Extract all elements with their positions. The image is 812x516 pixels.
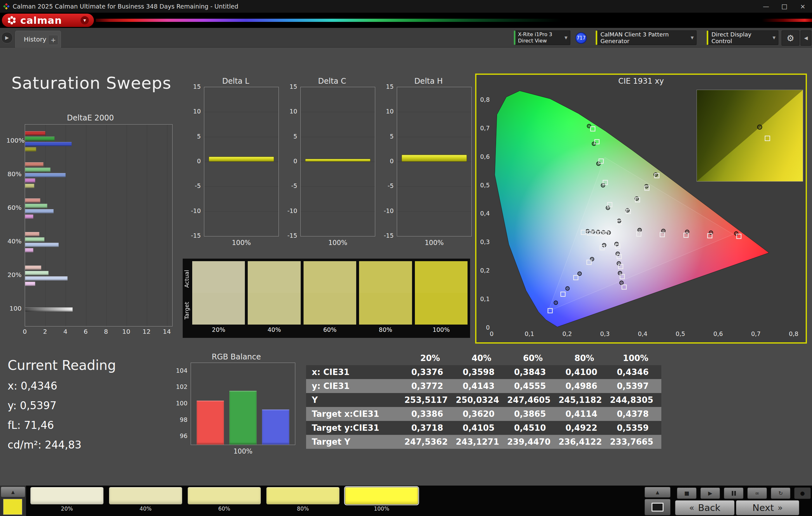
x-tick-label: 12 bbox=[142, 328, 152, 335]
display-control-dropdown[interactable]: Direct Display Control ▼ bbox=[707, 30, 778, 45]
gridline bbox=[397, 162, 471, 162]
app-icon bbox=[3, 3, 9, 9]
deltae-bar bbox=[25, 199, 40, 203]
y-axis-labels: 151050-5-10-15 bbox=[188, 87, 203, 237]
current-reading-title: Current Reading bbox=[8, 358, 116, 373]
back-button[interactable]: « Back bbox=[675, 500, 734, 515]
next-button[interactable]: Next » bbox=[736, 500, 799, 515]
record-indicator[interactable]: ● bbox=[794, 487, 811, 499]
display-preview-button[interactable] bbox=[644, 499, 670, 515]
table-value: 243,1271 bbox=[456, 435, 507, 449]
collapse-icon: ◀ bbox=[804, 35, 808, 41]
table-value: 253,5117 bbox=[404, 393, 456, 407]
pattern-preview-panel: ▲ bbox=[0, 486, 26, 516]
x-axis-labels: 02468101214 bbox=[25, 328, 173, 337]
table-value: 247,5362 bbox=[404, 435, 456, 449]
row-label: Target y:CIE31 bbox=[306, 421, 404, 435]
x-axis-label: 100% bbox=[300, 239, 375, 247]
y-tick-label: 5 bbox=[381, 133, 394, 140]
minimize-icon[interactable]: — bbox=[757, 0, 775, 13]
rgb-bar-green bbox=[229, 391, 257, 445]
page-title: Saturation Sweeps bbox=[11, 73, 171, 93]
swatch-columns: 20%40%60%80%100% bbox=[192, 261, 467, 337]
target-swatch bbox=[359, 293, 412, 325]
y-tick-label: -10 bbox=[285, 207, 297, 214]
table-value: 250,0324 bbox=[456, 393, 507, 407]
x-tick-label: 8 bbox=[101, 328, 111, 335]
y-tick-label: -15 bbox=[188, 232, 201, 239]
play-button[interactable]: ▶ bbox=[700, 487, 720, 499]
gridline bbox=[301, 162, 375, 162]
measured-point bbox=[578, 272, 581, 275]
pattern-swatch-button[interactable]: 80% bbox=[266, 487, 340, 513]
table-value: 0,4510 bbox=[507, 421, 558, 435]
x-tick-label: 10 bbox=[121, 328, 131, 335]
y-tick-label: 0,2 bbox=[476, 267, 490, 274]
y-tick-label: 0,8 bbox=[476, 96, 490, 103]
expand-panel-button[interactable]: ▶ bbox=[1, 32, 13, 43]
meter-dropdown[interactable]: X-Rite i1Pro 3 Direct View ▼ bbox=[514, 30, 570, 45]
table-value: 0,4378 bbox=[610, 407, 661, 421]
y-tick-label: 10 bbox=[381, 108, 394, 115]
actual-row-label: Actual bbox=[183, 263, 192, 295]
y-tick-label: 0,1 bbox=[476, 295, 490, 302]
y-tick-label: -15 bbox=[381, 232, 394, 239]
pattern-swatch-label: 80% bbox=[266, 505, 340, 513]
chevron-down-icon: ▼ bbox=[773, 35, 776, 40]
link-icon: ∞ bbox=[755, 490, 759, 496]
pattern-swatch-button[interactable]: 20% bbox=[30, 487, 104, 513]
maximize-icon[interactable]: □ bbox=[775, 0, 793, 13]
pattern-swatch-button[interactable]: 40% bbox=[109, 487, 182, 513]
loop-button[interactable]: ↻ bbox=[771, 487, 790, 499]
next-label: Next bbox=[752, 503, 774, 513]
logo-dropdown-icon[interactable]: ▼ bbox=[81, 16, 89, 24]
close-icon[interactable]: × bbox=[793, 0, 812, 13]
up-icon: ▲ bbox=[11, 489, 15, 494]
table-value: 0,3772 bbox=[404, 379, 456, 393]
pattern-swatch bbox=[187, 487, 261, 505]
y-tick-label: 0,4 bbox=[476, 210, 490, 217]
column-header: 60% bbox=[507, 351, 558, 365]
stop-icon: ■ bbox=[684, 490, 689, 496]
y-tick-label: 80% bbox=[6, 170, 22, 178]
bottom-bar: ▲ 20%40%60%80%100% ▲ ■ ▶ ∞ ↻ ● « Back Ne… bbox=[0, 486, 812, 516]
add-tab-button[interactable]: + bbox=[48, 35, 58, 45]
swatch-column: 40% bbox=[248, 261, 300, 337]
measured-point bbox=[617, 219, 621, 223]
expand-controls-button[interactable]: ▲ bbox=[644, 487, 670, 497]
gridline bbox=[204, 211, 279, 212]
settings-button[interactable]: ⚙ bbox=[782, 30, 799, 45]
deltae-bar bbox=[25, 232, 39, 236]
row-label: y: CIE31 bbox=[306, 379, 404, 393]
meter-status-badge[interactable]: 717 bbox=[575, 32, 587, 44]
pause-button[interactable] bbox=[724, 487, 744, 499]
calman-logo[interactable]: calman ▼ bbox=[2, 13, 94, 27]
table-value: 236,4122 bbox=[558, 435, 610, 449]
pattern-swatch-button[interactable]: 60% bbox=[187, 487, 261, 513]
gridline bbox=[301, 137, 375, 137]
gear-icon: ⚙ bbox=[787, 33, 794, 43]
gridline bbox=[301, 211, 375, 212]
pattern-swatch-button[interactable]: 100% bbox=[345, 487, 418, 513]
row-label: x: CIE31 bbox=[306, 365, 404, 379]
swatch-column: 20% bbox=[192, 261, 245, 337]
x-tick-label: 2 bbox=[40, 328, 50, 335]
collapse-panel-button[interactable]: ◀ bbox=[801, 30, 811, 45]
table-value: 0,3376 bbox=[404, 365, 456, 379]
pattern-generator-dropdown[interactable]: CalMAN Client 3 Pattern Generator ▼ bbox=[596, 30, 697, 45]
deltae-bar bbox=[25, 147, 36, 152]
y-tick-label: 104 bbox=[175, 367, 187, 374]
meter-line1: X-Rite i1Pro 3 bbox=[518, 31, 552, 38]
y-tick-label: 0,3 bbox=[476, 238, 490, 245]
expand-up-button[interactable]: ▲ bbox=[1, 487, 25, 497]
stop-button[interactable]: ■ bbox=[677, 487, 697, 499]
table-value: 239,4470 bbox=[507, 435, 558, 449]
column-header: 80% bbox=[558, 351, 610, 365]
swatch-label: 60% bbox=[303, 325, 356, 335]
link-button[interactable]: ∞ bbox=[747, 487, 767, 499]
deltae-bar bbox=[25, 142, 72, 146]
y-tick-label: 100% bbox=[6, 136, 22, 144]
deltae-bar bbox=[25, 178, 35, 183]
measured-point bbox=[619, 281, 623, 284]
plot-area bbox=[25, 124, 173, 327]
